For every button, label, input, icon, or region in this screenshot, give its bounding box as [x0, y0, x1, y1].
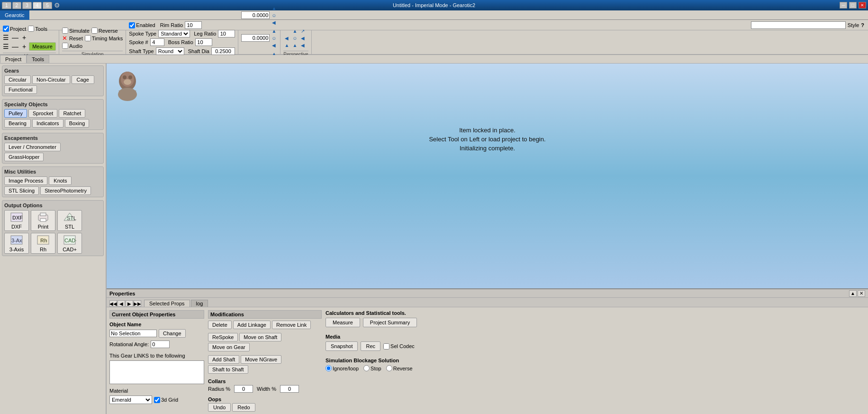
enabled-checkbox[interactable] — [129, 22, 135, 28]
close-btn[interactable]: ✕ — [859, 2, 866, 9]
dxf-btn[interactable]: DXF DXF — [4, 210, 29, 231]
coord-x-smiley-btn[interactable]: ☺ — [271, 12, 277, 18]
stl-btn[interactable]: STL STL — [57, 210, 82, 231]
spoke-num-input[interactable] — [150, 38, 164, 46]
sprocket-btn[interactable]: Sprocket — [28, 109, 57, 118]
boss-ratio-input[interactable] — [195, 38, 212, 46]
three-axis-btn[interactable]: 3-Ax 3-Axis — [4, 233, 29, 254]
measure-btn[interactable]: Measure — [29, 42, 56, 51]
help-icon[interactable]: ? — [861, 22, 864, 28]
rotational-angle-input[interactable] — [151, 340, 170, 348]
coord-x-input[interactable] — [241, 11, 270, 19]
persp-tr[interactable]: ↗ — [299, 28, 306, 35]
width-pct-input[interactable] — [280, 385, 299, 393]
coord-y-smiley-btn[interactable]: ☺ — [271, 35, 277, 41]
persp-bl[interactable]: ▲ — [283, 42, 290, 49]
shaft-to-shaft-btn[interactable]: Shaft to Shaft — [208, 365, 248, 374]
project-summary-btn[interactable]: Project Summary — [363, 318, 417, 327]
add-linkage-btn[interactable]: Add Linkage — [233, 321, 271, 329]
title-tab-2[interactable]: 2 — [12, 2, 22, 9]
stop-radio[interactable]: Stop — [363, 365, 381, 371]
persp-tl[interactable] — [283, 28, 290, 35]
indicators-btn[interactable]: Indicators — [32, 119, 63, 128]
audio-checkbox[interactable] — [62, 43, 68, 49]
app-tab-gearotic[interactable]: Gearotic — [0, 10, 29, 20]
nav-prev-btn[interactable]: ◀ — [118, 300, 125, 307]
coord-y-up-btn[interactable]: ▲ — [271, 28, 277, 34]
rec-btn[interactable]: Rec — [361, 341, 380, 351]
tools-checkbox[interactable] — [28, 26, 34, 32]
material-select[interactable]: Emerald — [109, 396, 152, 404]
reverse-checkbox[interactable] — [91, 28, 98, 34]
style-search-input[interactable] — [751, 21, 846, 29]
shaft-type-select[interactable]: Round — [156, 47, 184, 55]
title-tab-1[interactable]: 1 — [2, 2, 11, 9]
ignore-loop-radio[interactable]: Ignore/loop — [326, 365, 359, 371]
nav-first-btn[interactable]: ◀◀ — [109, 300, 117, 307]
persp-b[interactable]: ▲ — [291, 42, 298, 49]
tab-tools[interactable]: Tools — [27, 55, 49, 63]
non-circular-btn[interactable]: Non-Circular — [32, 75, 70, 84]
tab-project[interactable]: Project — [0, 55, 27, 63]
grasshopper-btn[interactable]: GrassHopper — [4, 153, 44, 161]
persp-l[interactable]: ◀ — [283, 35, 290, 42]
undo-btn[interactable]: Undo — [208, 403, 231, 412]
ratchet-btn[interactable]: Ratchet — [59, 109, 85, 118]
move-on-shaft-btn[interactable]: Move on Shaft — [239, 333, 281, 341]
circular-btn[interactable]: Circular — [4, 75, 31, 84]
add-shaft-btn[interactable]: Add Shaft — [208, 355, 239, 364]
coord-x-left-btn[interactable]: ◀ — [271, 19, 277, 26]
remove-link-btn[interactable]: Remove Link — [272, 321, 311, 329]
gear-links-textarea[interactable] — [109, 360, 204, 384]
move-on-gear-btn[interactable]: Move on Gear — [208, 343, 250, 351]
lever-btn[interactable]: Lever / Chronometer — [4, 143, 61, 151]
reverse-radio[interactable]: Reverse — [386, 365, 413, 371]
respoke-btn[interactable]: ReSpoke — [208, 333, 238, 341]
nav-last-btn[interactable]: ▶▶ — [134, 300, 141, 307]
radius-pct-input[interactable] — [234, 385, 253, 393]
print-btn[interactable]: Print — [31, 210, 55, 231]
spoke-type-select[interactable]: Standard — [158, 30, 190, 37]
title-tab-3[interactable]: 3 — [22, 2, 32, 9]
cage-btn[interactable]: Cage — [72, 75, 94, 84]
title-tab-4[interactable]: 4 — [33, 2, 42, 9]
functional-btn[interactable]: Functional — [4, 85, 37, 94]
coord-y-left-btn[interactable]: ◀ — [271, 42, 277, 48]
shaft-dia-input[interactable] — [211, 47, 235, 55]
simulate-checkbox[interactable] — [62, 28, 68, 34]
canvas-viewport[interactable]: Item locked in place. Select Tool on Lef… — [107, 64, 868, 288]
persp-br[interactable]: ◀ — [299, 42, 306, 49]
stl-slicing-btn[interactable]: STL Slicing — [4, 186, 39, 195]
persp-r[interactable]: ◀ — [299, 35, 306, 42]
pulley-btn[interactable]: Pulley — [4, 109, 27, 118]
coord-x-up-btn[interactable]: ▲ — [271, 5, 277, 11]
measure-calc-btn[interactable]: Measure — [326, 318, 360, 327]
tab-selected-props[interactable]: Selected Props — [144, 300, 190, 307]
leg-ratio-input[interactable] — [218, 30, 235, 37]
grid-3d-checkbox[interactable]: 3d Grid — [154, 397, 178, 403]
delete-btn[interactable]: Delete — [208, 321, 232, 329]
persp-c[interactable]: ☺ — [291, 35, 298, 42]
snapshot-btn[interactable]: Snapshot — [326, 341, 358, 351]
bottom-panel-close-btn[interactable]: ✕ — [858, 290, 865, 297]
redo-btn[interactable]: Redo — [232, 403, 255, 412]
stereo-btn[interactable]: StereoPhotometry — [40, 186, 91, 195]
boxing-btn[interactable]: Boxing — [65, 119, 90, 128]
timing-checkbox[interactable] — [85, 35, 91, 41]
object-name-input[interactable] — [109, 330, 157, 337]
cad-btn[interactable]: CAD+ CAD+ — [57, 233, 82, 254]
persp-t[interactable]: ▲ — [291, 28, 298, 35]
change-btn[interactable]: Change — [159, 329, 186, 338]
project-checkbox[interactable] — [3, 26, 9, 32]
coord-y-input[interactable] — [241, 34, 270, 42]
sel-codec-checkbox[interactable]: Sel Codec — [383, 343, 415, 350]
maximize-btn[interactable]: □ — [849, 2, 857, 9]
nav-next-btn[interactable]: ▶ — [126, 300, 133, 307]
knots-btn[interactable]: Knots — [49, 176, 72, 185]
bearing-btn[interactable]: Bearing — [4, 119, 31, 128]
rim-ratio-input[interactable] — [185, 21, 202, 29]
minimize-btn[interactable]: ─ — [840, 2, 847, 9]
tab-log[interactable]: log — [191, 300, 208, 307]
rh-btn[interactable]: Rh Rh — [31, 233, 55, 254]
image-process-btn[interactable]: Image Process — [4, 176, 47, 185]
